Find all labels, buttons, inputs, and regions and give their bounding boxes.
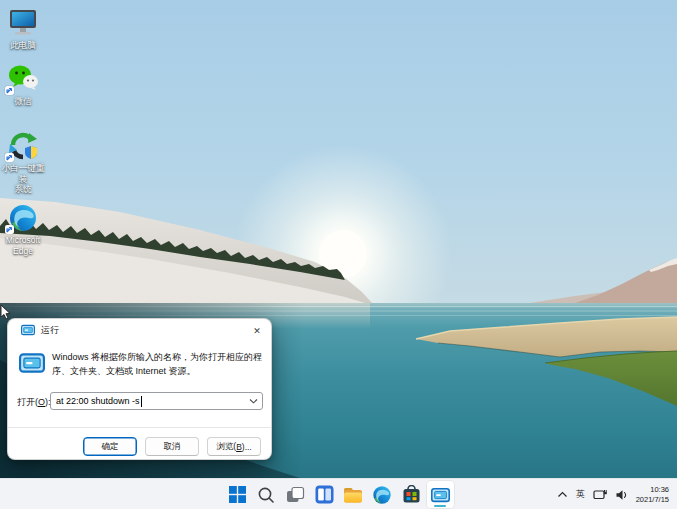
dialog-divider (8, 427, 271, 428)
network-icon[interactable] (593, 489, 607, 501)
edge-icon (372, 485, 392, 505)
dialog-button-row: 确定 取消 浏览(B)... (8, 437, 271, 456)
desktop-icon-wechat[interactable]: 微信 (0, 64, 46, 107)
clock[interactable]: 10:36 2021/7/15 (636, 485, 669, 504)
shortcut-arrow-icon (5, 153, 14, 162)
cancel-button[interactable]: 取消 (145, 437, 199, 456)
icon-label: 微信 (0, 96, 46, 107)
edge-button[interactable] (369, 481, 396, 508)
run-app-icon (431, 487, 450, 503)
icon-label: Microsoft Edge (0, 235, 46, 256)
system-tray: 英 10:36 2021/7/15 (557, 479, 677, 509)
run-app-button[interactable] (427, 481, 454, 508)
chevron-down-icon[interactable] (249, 398, 258, 404)
text-caret (141, 396, 142, 407)
run-dialog-message: Windows 将根据你所输入的名称，为你打开相应的程序、文件夹、文档或 Int… (52, 351, 263, 378)
desktop-icon-this-pc[interactable]: 此电脑 (0, 8, 46, 51)
browse-button[interactable]: 浏览(B)... (207, 437, 261, 456)
start-button[interactable] (224, 481, 251, 508)
dialog-title: 运行 (41, 324, 59, 337)
store-button[interactable] (398, 481, 425, 508)
close-icon[interactable]: ✕ (248, 322, 266, 339)
desktop-icon-xiaobai[interactable]: 小白一键重装系统 (0, 131, 46, 195)
store-icon (402, 485, 421, 504)
run-dialog-icon (21, 324, 35, 336)
run-dialog: 运行 ✕ Windows 将根据你所输入的名称，为你打开相应的程序、文件夹、文档… (7, 318, 272, 460)
icon-label: 此电脑 (0, 40, 46, 51)
desktop-screen: 此电脑 微信 (0, 0, 677, 509)
desktop-icon-edge[interactable]: Microsoft Edge (0, 203, 46, 256)
windows-logo-icon (229, 486, 246, 503)
icon-label: 小白一键重装系统 (0, 163, 46, 195)
volume-icon[interactable] (615, 489, 628, 501)
task-view-icon (286, 486, 305, 504)
search-icon (257, 486, 275, 504)
run-command-value: at 22:00 shutdown -s (56, 396, 140, 406)
xiaobai-icon (7, 131, 39, 161)
ok-button[interactable]: 确定 (83, 437, 137, 456)
tray-time: 10:36 (636, 485, 669, 495)
tray-date: 2021/7/15 (636, 495, 669, 505)
edge-icon (7, 203, 39, 233)
active-app-indicator (434, 505, 446, 508)
file-explorer-icon (343, 486, 363, 504)
search-button[interactable] (253, 481, 280, 508)
taskbar-center (224, 479, 454, 509)
shortcut-arrow-icon (5, 225, 14, 234)
task-view-button[interactable] (282, 481, 309, 508)
file-explorer-button[interactable] (340, 481, 367, 508)
taskbar: 英 10:36 2021/7/15 (0, 478, 677, 509)
widgets-button[interactable] (311, 481, 338, 508)
run-message-icon (19, 352, 45, 374)
ime-indicator[interactable]: 英 (576, 488, 585, 501)
this-pc-icon (7, 8, 39, 38)
shortcut-arrow-icon (5, 86, 14, 95)
hidden-icons-chevron-icon[interactable] (557, 491, 568, 498)
open-field-label: 打开(O): (17, 396, 51, 409)
run-command-input[interactable]: at 22:00 shutdown -s (50, 392, 263, 410)
run-dialog-titlebar[interactable]: 运行 (8, 319, 271, 341)
widgets-icon (315, 485, 334, 504)
wechat-icon (7, 64, 39, 94)
